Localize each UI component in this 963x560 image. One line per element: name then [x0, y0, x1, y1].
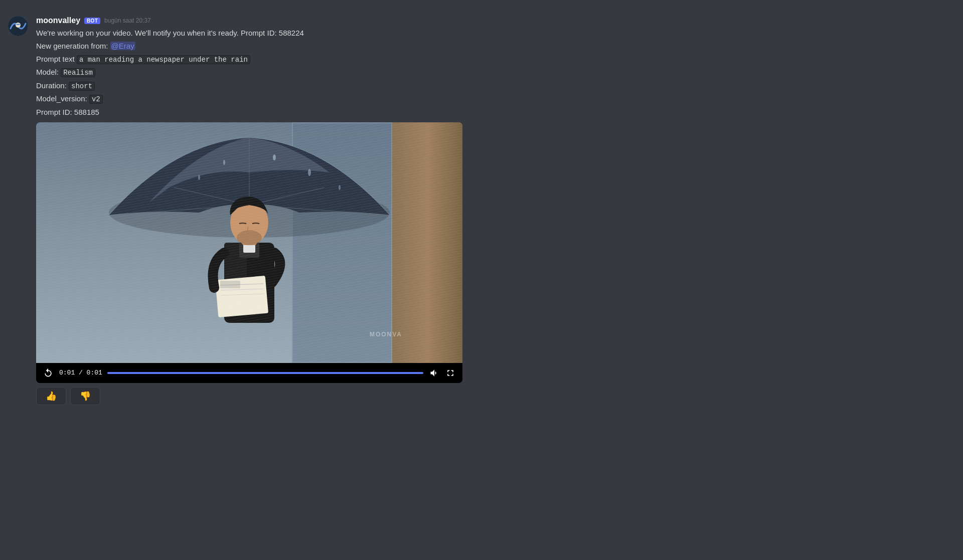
model-code: Realism	[61, 68, 95, 77]
message-header: moonvalley BOT bugün saat 20:37	[36, 16, 484, 25]
svg-point-10	[308, 169, 311, 176]
message-timestamp: bugün saat 20:37	[104, 17, 151, 24]
message-line-1: We're working on your video. We'll notif…	[36, 27, 484, 39]
message-line-3: Prompt text a man reading a newspaper un…	[36, 53, 484, 65]
person-svg	[189, 182, 309, 343]
message-line-4: Model: Realism	[36, 66, 484, 78]
video-progress-bar[interactable]	[107, 372, 423, 374]
reactions-row: 👍 👎	[36, 387, 484, 405]
replay-button[interactable]	[42, 367, 54, 379]
svg-point-12	[339, 185, 341, 190]
video-time: 0:01 / 0:01	[59, 369, 102, 377]
volume-button[interactable]	[428, 367, 440, 379]
username: moonvalley	[36, 16, 80, 25]
fullscreen-button[interactable]	[444, 367, 456, 379]
svg-point-11	[223, 160, 225, 165]
duration-code: short	[69, 82, 95, 91]
progress-fill	[107, 372, 423, 374]
video-controls-right	[428, 367, 456, 379]
bot-avatar-logo	[8, 16, 28, 36]
message-line-7: Prompt ID: 588185	[36, 106, 484, 118]
video-controls-bar: 0:01 / 0:01	[36, 363, 462, 383]
prompt-text-code: a man reading a newspaper under the rain	[77, 55, 250, 64]
thumbs-up-button[interactable]: 👍	[36, 387, 66, 405]
svg-point-9	[273, 154, 276, 160]
message-line-2: New generation from: @Eray	[36, 40, 484, 52]
bot-badge: BOT	[84, 18, 100, 24]
video-watermark: MOONVA	[370, 331, 402, 338]
video-thumbnail[interactable]: MOONVA	[36, 122, 462, 363]
thumbs-down-button[interactable]: 👎	[70, 387, 100, 405]
svg-rect-25	[220, 281, 240, 288]
avatar	[8, 16, 28, 36]
svg-point-13	[198, 175, 200, 180]
message-line-5: Duration: short	[36, 80, 484, 92]
video-embed[interactable]: MOONVA 0:01 / 0:01	[36, 122, 462, 383]
svg-point-20	[237, 230, 262, 245]
message-line-6: Model_version: v2	[36, 93, 484, 105]
video-scene: MOONVA	[36, 122, 462, 363]
mention-eray[interactable]: @Eray	[110, 42, 135, 50]
version-code: v2	[89, 95, 103, 104]
message-body: moonvalley BOT bugün saat 20:37 We're wo…	[36, 16, 484, 405]
message-container: moonvalley BOT bugün saat 20:37 We're wo…	[0, 8, 492, 413]
